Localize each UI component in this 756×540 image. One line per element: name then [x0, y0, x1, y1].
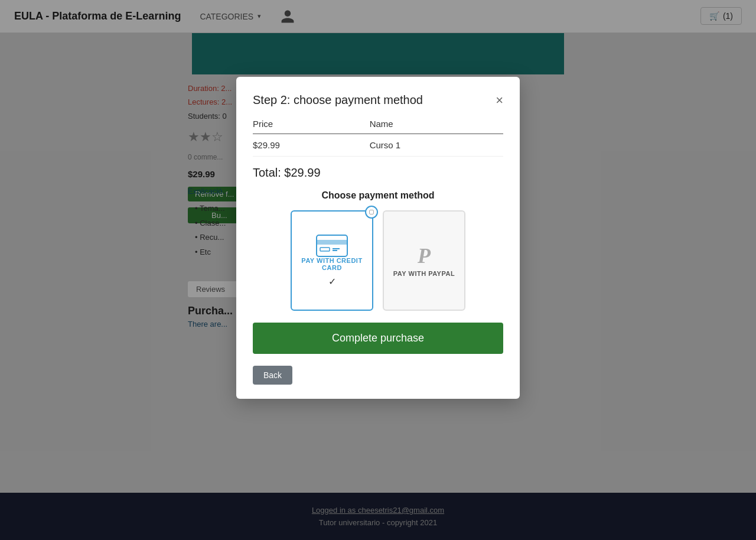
credit-card-option[interactable]: PAY WITH CREDIT CARD ✓: [291, 210, 373, 311]
modal-title: Step 2: choose payment method: [253, 93, 423, 107]
radio-inner: [369, 210, 374, 214]
svg-rect-0: [317, 235, 347, 256]
payment-modal: Step 2: choose payment method × Price Na…: [236, 77, 520, 399]
col-name: Name: [370, 119, 503, 134]
complete-purchase-button[interactable]: Complete purchase: [253, 323, 503, 354]
paypal-label: PAY WITH PAYPAL: [393, 270, 455, 277]
radio-selected: [365, 206, 378, 219]
credit-card-label: PAY WITH CREDIT CARD: [292, 257, 372, 271]
svg-rect-1: [317, 240, 347, 245]
check-icon: ✓: [328, 276, 336, 287]
row-price: $29.99: [253, 134, 370, 157]
col-price: Price: [253, 119, 370, 134]
order-table: Price Name $29.99 Curso 1: [253, 119, 503, 157]
paypal-option[interactable]: P PAY WITH PAYPAL: [383, 210, 465, 311]
total-row: Total: $29.99: [253, 166, 503, 180]
svg-text:P: P: [417, 244, 431, 268]
close-button[interactable]: ×: [496, 94, 503, 107]
svg-rect-2: [320, 248, 330, 251]
table-row: $29.99 Curso 1: [253, 134, 503, 157]
row-name: Curso 1: [370, 134, 503, 157]
paypal-icon: P: [411, 244, 437, 270]
credit-card-icon: [316, 235, 348, 257]
modal-header: Step 2: choose payment method ×: [253, 93, 503, 107]
payment-options: PAY WITH CREDIT CARD ✓ P PAY WITH PAYPAL: [253, 210, 503, 311]
back-button[interactable]: Back: [253, 366, 292, 385]
choose-payment-label: Choose payment method: [253, 190, 503, 201]
